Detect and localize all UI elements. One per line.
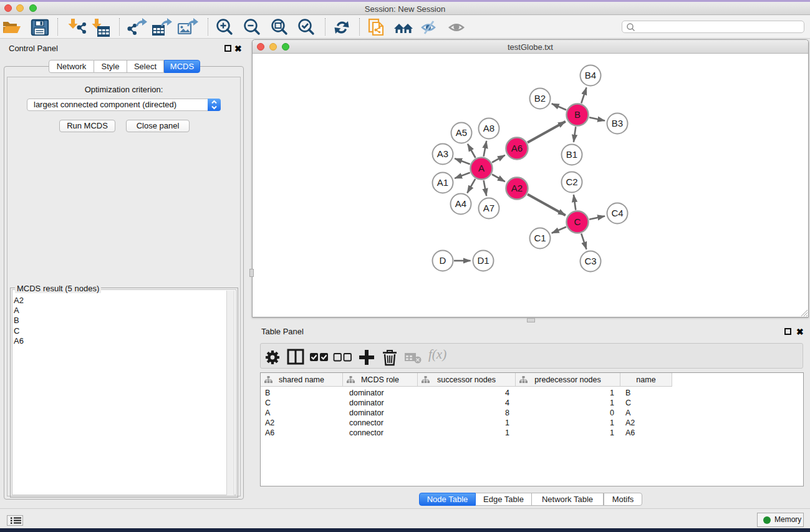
svg-text:C4: C4 bbox=[611, 208, 623, 218]
svg-text:A2: A2 bbox=[511, 183, 523, 193]
svg-text:A4: A4 bbox=[455, 198, 466, 209]
svg-text:D: D bbox=[440, 255, 446, 266]
svg-text:B2: B2 bbox=[534, 93, 546, 104]
svg-text:A8: A8 bbox=[483, 123, 494, 133]
svg-text:B4: B4 bbox=[585, 70, 596, 80]
svg-text:D1: D1 bbox=[477, 255, 489, 266]
svg-text:B: B bbox=[574, 109, 581, 120]
svg-text:C1: C1 bbox=[534, 233, 546, 243]
svg-text:A: A bbox=[478, 163, 485, 173]
svg-text:B1: B1 bbox=[566, 149, 577, 160]
svg-text:B3: B3 bbox=[612, 118, 623, 128]
svg-text:A6: A6 bbox=[511, 143, 523, 153]
svg-text:A7: A7 bbox=[483, 203, 494, 213]
svg-text:C2: C2 bbox=[566, 177, 577, 187]
svg-text:A5: A5 bbox=[456, 127, 467, 138]
svg-text:C: C bbox=[574, 216, 581, 227]
svg-text:A1: A1 bbox=[437, 177, 448, 188]
svg-text:A3: A3 bbox=[437, 148, 448, 159]
svg-text:C3: C3 bbox=[584, 256, 596, 266]
